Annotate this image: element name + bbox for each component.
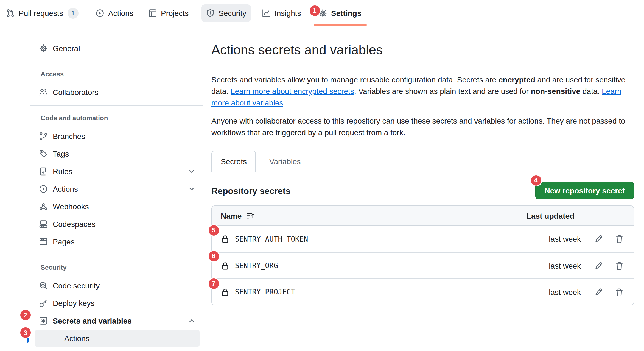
pull-requests-counter-badge: 1 xyxy=(68,8,79,19)
people-icon xyxy=(39,88,48,97)
tag-icon xyxy=(39,149,48,158)
sidebar-subitem-actions-selected[interactable]: Actions xyxy=(35,330,200,347)
edit-secret-button[interactable] xyxy=(593,233,604,244)
title-divider xyxy=(211,64,634,64)
annotation-badge-1: 1 xyxy=(309,5,320,16)
nav-tab-label: Actions xyxy=(108,9,133,18)
last-updated-value: last week xyxy=(549,235,581,243)
new-repository-secret-button[interactable]: New repository secret xyxy=(535,182,634,199)
chevron-down-icon xyxy=(188,185,195,193)
nav-tab-actions[interactable]: Actions xyxy=(91,4,138,22)
page-title: Actions secrets and variables xyxy=(211,42,634,58)
trash-icon xyxy=(615,288,624,296)
sidebar-item-collaborators[interactable]: Collaborators xyxy=(35,83,200,101)
sidebar-item-tags[interactable]: Tags xyxy=(35,145,200,163)
description-paragraph: Secrets and variables allow you to manag… xyxy=(211,74,634,109)
link-learn-more-encrypted-secrets[interactable]: Learn more about encrypted secrets xyxy=(231,87,354,96)
annotation-badge-7: 7 xyxy=(208,278,219,289)
delete-secret-button[interactable] xyxy=(614,286,625,297)
secret-row: SENTRY_AUTH_TOKEN last week xyxy=(212,226,634,252)
repository-secrets-header-row: Repository secrets New repository secret xyxy=(211,182,634,200)
repository-secrets-heading: Repository secrets xyxy=(211,186,290,196)
collaborator-access-paragraph: Anyone with collaborator access to this … xyxy=(211,115,634,138)
rules-icon xyxy=(39,167,48,176)
nav-tab-security[interactable]: Security xyxy=(201,4,251,22)
description-text: . xyxy=(283,98,285,107)
sidebar-item-label: Codespaces xyxy=(53,220,96,229)
sidebar-item-label: Deploy keys xyxy=(53,299,95,308)
chevron-up-icon xyxy=(188,317,195,325)
tab-secrets[interactable]: Secrets xyxy=(211,151,256,172)
shield-exclamation-icon xyxy=(206,9,215,18)
lock-icon xyxy=(221,235,229,243)
last-updated-column-header: Last updated xyxy=(527,211,574,220)
sidebar-item-label: Collaborators xyxy=(53,88,99,97)
secret-row-actions: last week xyxy=(549,233,625,244)
description-text: Secrets and variables allow you to manag… xyxy=(211,75,499,84)
repo-nav: Pull requests 1 Actions Projects Securit… xyxy=(0,0,644,26)
nav-tab-label: Projects xyxy=(161,9,189,18)
secrets-table: Name Last updated SENTRY_AUTH_TOKEN last… xyxy=(211,205,634,305)
sidebar-item-label: Pages xyxy=(53,237,74,246)
sidebar-item-codespaces[interactable]: Codespaces xyxy=(35,215,200,233)
secret-name: SENTRY_ORG xyxy=(235,261,278,270)
nav-tab-pull-requests[interactable]: Pull requests 1 xyxy=(2,4,83,22)
sidebar-item-label: Webhooks xyxy=(53,202,89,211)
delete-secret-button[interactable] xyxy=(614,233,625,244)
codespaces-icon xyxy=(39,220,48,229)
sidebar-section-access: Access xyxy=(30,69,203,80)
sidebar-item-pages[interactable]: Pages xyxy=(35,233,200,250)
sidebar-item-label: Tags xyxy=(53,149,69,158)
trash-icon xyxy=(615,261,624,270)
sidebar-item-deploy-keys[interactable]: Deploy keys xyxy=(35,294,200,312)
secret-row-actions: last week xyxy=(549,286,625,297)
description-bold-non-sensitive: non-sensitive xyxy=(531,87,581,96)
pencil-icon xyxy=(594,261,603,270)
delete-secret-button[interactable] xyxy=(614,260,625,271)
edit-secret-button[interactable] xyxy=(593,286,604,297)
annotation-badge-6: 6 xyxy=(208,251,219,261)
secret-row-actions: last week xyxy=(549,260,625,271)
graph-icon xyxy=(262,9,271,18)
nav-tab-insights[interactable]: Insights xyxy=(257,4,306,22)
last-updated-value: last week xyxy=(549,261,581,270)
sidebar-item-general[interactable]: General xyxy=(35,40,200,57)
secret-name: SENTRY_PROJECT xyxy=(235,288,295,296)
trash-icon xyxy=(615,235,624,243)
sidebar-item-label: Rules xyxy=(53,167,72,176)
browser-icon xyxy=(39,237,48,246)
sidebar-section-security: Security xyxy=(30,262,203,273)
lock-icon xyxy=(221,288,229,296)
edit-secret-button[interactable] xyxy=(593,260,604,271)
sidebar-item-label: Secrets and variables xyxy=(53,316,132,325)
secrets-variables-tabnav: Secrets Variables xyxy=(211,151,634,172)
gear-icon xyxy=(39,44,48,53)
sidebar-item-actions[interactable]: Actions xyxy=(35,180,200,198)
nav-tab-projects[interactable]: Projects xyxy=(144,4,193,22)
key-icon xyxy=(39,299,48,308)
sidebar-divider xyxy=(30,255,203,255)
annotation-badge-4: 4 xyxy=(531,175,541,185)
secret-name: SENTRY_AUTH_TOKEN xyxy=(235,235,308,243)
sidebar-item-label: Code security xyxy=(53,281,100,290)
sidebar-item-branches[interactable]: Branches xyxy=(35,127,200,145)
sidebar-item-code-security[interactable]: Code security xyxy=(35,277,200,294)
sidebar-item-label: Branches xyxy=(53,132,85,141)
pencil-icon xyxy=(594,235,603,243)
nav-tab-settings[interactable]: Settings xyxy=(314,4,366,22)
name-column-sort-control[interactable]: Name xyxy=(221,211,255,220)
tab-variables[interactable]: Variables xyxy=(261,151,310,172)
sidebar-item-secrets-and-variables[interactable]: Secrets and variables xyxy=(35,312,200,330)
sidebar-item-rules[interactable]: Rules xyxy=(35,163,200,180)
lock-icon xyxy=(221,261,229,270)
project-table-icon xyxy=(148,9,157,18)
description-bold-encrypted: encrypted xyxy=(499,75,535,84)
page: Pull requests 1 Actions Projects Securit… xyxy=(0,0,644,351)
play-circle-icon xyxy=(96,9,104,18)
annotation-badge-5: 5 xyxy=(208,225,219,235)
sidebar-item-label: General xyxy=(53,44,80,53)
description-text: data. xyxy=(580,87,602,96)
nav-tab-label: Pull requests xyxy=(19,9,63,18)
sidebar-item-webhooks[interactable]: Webhooks xyxy=(35,198,200,215)
asterisk-box-icon xyxy=(39,316,48,325)
